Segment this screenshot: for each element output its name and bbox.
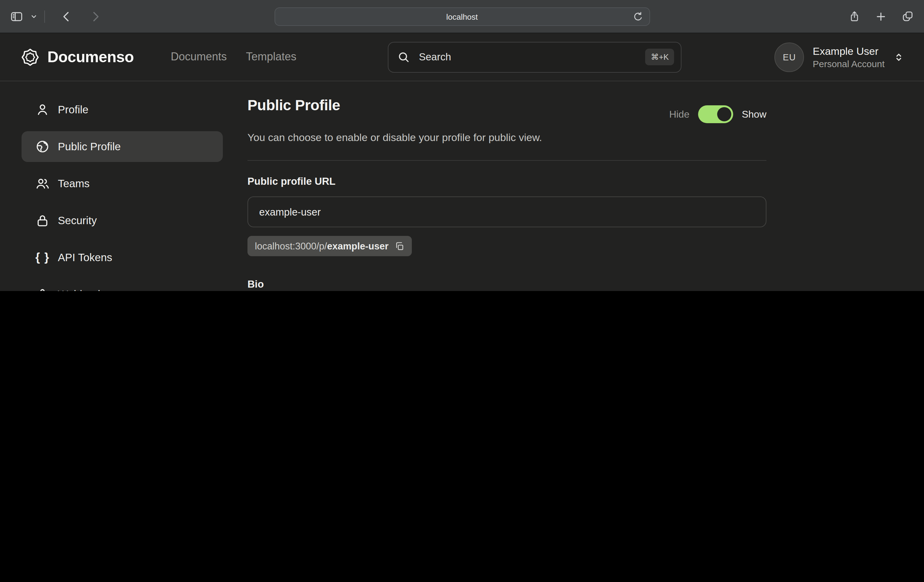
app-header: Documenso Documents Templates ⌘+K EU Exa… — [0, 33, 924, 81]
profile-visibility-toggle[interactable] — [698, 105, 733, 123]
sidebar-item-teams[interactable]: Teams — [21, 168, 223, 199]
search-input[interactable] — [417, 51, 638, 63]
bio-field-label: Bio — [248, 278, 766, 290]
sidebar-item-security[interactable]: Security — [21, 205, 223, 236]
braces-icon: { } — [35, 251, 50, 264]
sidebar-item-label: Profile — [58, 103, 88, 116]
sidebar-item-label: API Tokens — [58, 251, 112, 264]
brand-name: Documenso — [48, 48, 134, 66]
chrome-separator — [45, 10, 45, 23]
hide-label: Hide — [669, 109, 690, 120]
reload-icon[interactable] — [632, 11, 644, 23]
sidebar-item-profile[interactable]: Profile — [21, 94, 223, 125]
new-tab-icon[interactable] — [875, 10, 887, 23]
page-title: Public Profile — [248, 97, 340, 114]
public-profile-settings: Public Profile Hide Show You can choose … — [248, 94, 766, 291]
nav-templates[interactable]: Templates — [246, 51, 296, 63]
address-bar[interactable]: localhost — [274, 7, 650, 26]
search-shortcut-badge: ⌘+K — [645, 49, 674, 65]
sidebar-item-webhooks[interactable]: Webhooks — [21, 279, 223, 291]
users-icon — [35, 176, 50, 191]
forward-button-icon[interactable] — [89, 10, 102, 23]
chevron-down-icon[interactable] — [30, 13, 38, 20]
sidebar-item-label: Security — [58, 214, 97, 227]
account-menu[interactable]: EU Example User Personal Account — [775, 42, 904, 72]
profile-link-chip[interactable]: localhost:3000/p/example-user — [248, 236, 412, 256]
settings-sidebar: Profile Public Profile — [21, 94, 223, 291]
nav-documents[interactable]: Documents — [171, 51, 227, 63]
chevrons-up-down-icon — [893, 51, 904, 63]
sidebar-item-public-profile[interactable]: Public Profile — [21, 131, 223, 162]
share-icon[interactable] — [848, 10, 861, 23]
sidebar-toggle-icon[interactable] — [10, 10, 23, 23]
sidebar-item-label: Teams — [58, 177, 89, 190]
globe-icon — [35, 139, 50, 154]
main-nav: Documents Templates — [171, 51, 296, 63]
screen: localhost — [0, 0, 924, 291]
public-profile-url-input[interactable] — [248, 197, 766, 227]
url-field-label: Public profile URL — [248, 175, 766, 187]
search-icon — [398, 51, 410, 63]
documenso-logo-icon — [21, 48, 40, 66]
user-icon — [35, 102, 50, 117]
page-description: You can choose to enable or disable your… — [248, 132, 766, 144]
profile-visibility-toggle-group: Hide Show — [669, 105, 766, 123]
avatar: EU — [775, 42, 804, 72]
profile-link-text: localhost:3000/p/example-user — [255, 240, 388, 251]
sidebar-item-label: Public Profile — [58, 140, 120, 153]
address-bar-url: localhost — [446, 12, 478, 21]
toggle-knob — [717, 107, 731, 121]
copy-icon[interactable] — [394, 241, 404, 251]
settings-layout: Profile Public Profile — [0, 81, 924, 291]
divider — [248, 160, 766, 161]
account-type: Personal Account — [813, 58, 885, 69]
back-button-icon[interactable] — [60, 10, 73, 23]
browser-chrome: localhost — [0, 0, 924, 33]
account-name: Example User — [813, 45, 885, 58]
sidebar-item-api-tokens[interactable]: { } API Tokens — [21, 242, 223, 273]
sidebar-item-label: Webhooks — [58, 288, 109, 291]
search-bar[interactable]: ⌘+K — [388, 41, 682, 72]
lock-icon — [35, 213, 50, 228]
brand[interactable]: Documenso — [21, 48, 134, 66]
show-label: Show — [742, 109, 766, 120]
webhook-icon — [35, 287, 50, 291]
tab-overview-icon[interactable] — [901, 10, 914, 23]
